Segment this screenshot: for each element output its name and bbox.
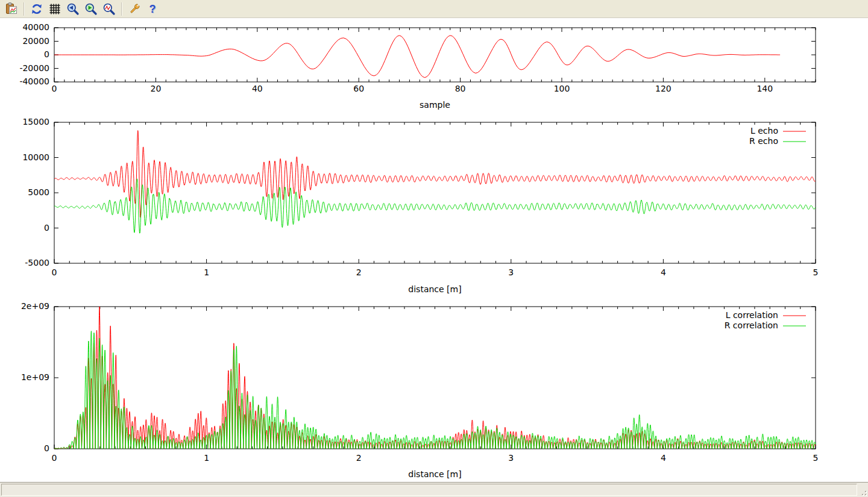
- y-tick-label: 5000: [28, 187, 49, 197]
- y-tick-label: 0: [44, 49, 49, 59]
- zoom-previous-icon: [66, 2, 80, 16]
- toolbar-separator: [24, 2, 25, 16]
- y-tick-label: 0: [44, 223, 49, 233]
- x-tick-label: 0: [52, 267, 57, 277]
- help-button[interactable]: ?: [144, 1, 161, 17]
- status-bar: [0, 482, 868, 497]
- plot-frame: [54, 122, 816, 263]
- gnuplot-window: ? 020406080100120140-40000-2000002000040…: [0, 0, 868, 497]
- y-tick-label: -40000: [19, 77, 49, 86]
- y-tick-label: 1e+09: [21, 372, 49, 382]
- x-tick-label: 5: [813, 453, 819, 463]
- legend-label: R echo: [749, 136, 778, 146]
- zoom-previous-button[interactable]: [64, 1, 81, 17]
- x-tick-label: 100: [554, 84, 570, 93]
- series-r-correlation: [54, 331, 816, 449]
- y-tick-label: 10000: [22, 152, 49, 162]
- x-tick-label: 3: [508, 453, 514, 463]
- toolbar: ?: [0, 0, 868, 18]
- series-pulse: [54, 36, 780, 78]
- x-tick-label: 5: [813, 267, 819, 277]
- toolbar-separator: [121, 2, 122, 16]
- grid-icon: [48, 2, 61, 16]
- x-tick-label: 1: [204, 453, 209, 463]
- resize-grip[interactable]: [860, 489, 867, 496]
- correlation-plot-canvas[interactable]: 01234501e+092e+09distance [m]L correlati…: [0, 301, 868, 482]
- zoom-autoscale-icon: [102, 2, 116, 16]
- echo-plot-canvas[interactable]: 012345-5000050001000015000distance [m]L …: [0, 116, 868, 301]
- copy-to-clipboard-button[interactable]: [3, 1, 20, 17]
- y-tick-label: 15000: [22, 117, 49, 127]
- x-tick-label: 4: [661, 453, 666, 463]
- x-tick-label: 3: [508, 267, 514, 277]
- legend-label: L correlation: [726, 310, 778, 320]
- x-tick-label: 4: [661, 267, 666, 277]
- x-axis-label: sample: [420, 100, 450, 110]
- y-tick-label: -5000: [25, 258, 49, 267]
- replot-refresh-icon: [30, 2, 43, 16]
- configure-button[interactable]: [126, 1, 143, 17]
- y-tick-label: 20000: [22, 36, 49, 46]
- y-tick-label: 2e+09: [21, 301, 49, 311]
- help-icon: ?: [149, 4, 156, 14]
- x-tick-label: 140: [756, 84, 773, 93]
- x-tick-label: 0: [52, 84, 57, 93]
- x-axis-label: distance [m]: [408, 284, 461, 294]
- legend-label: L echo: [750, 126, 778, 136]
- series-l-correlation: [54, 307, 816, 449]
- x-tick-label: 120: [655, 84, 671, 93]
- plot-frame: [54, 307, 816, 449]
- x-axis-label: distance [m]: [408, 469, 461, 479]
- wrench-icon: [128, 2, 141, 16]
- y-tick-label: 0: [44, 443, 49, 453]
- x-tick-label: 40: [252, 84, 263, 93]
- x-tick-label: 2: [356, 267, 362, 277]
- toggle-grid-button[interactable]: [46, 1, 63, 17]
- series-r-echo: [54, 179, 816, 233]
- x-tick-label: 2: [356, 453, 362, 463]
- x-tick-label: 0: [52, 453, 57, 463]
- x-tick-label: 80: [455, 84, 466, 93]
- x-tick-label: 1: [204, 267, 209, 277]
- y-tick-label: -20000: [19, 63, 49, 73]
- replot-button[interactable]: [28, 1, 45, 17]
- legend-label: R correlation: [725, 320, 778, 330]
- y-tick-label: 40000: [22, 22, 49, 32]
- zoom-next-button[interactable]: [83, 1, 99, 17]
- status-message: [1, 484, 857, 496]
- autoscale-button[interactable]: [101, 1, 118, 17]
- zoom-next-icon: [84, 2, 98, 16]
- x-tick-label: 60: [353, 84, 364, 93]
- clipboard-chart-icon: [5, 2, 18, 16]
- plot-area: 020406080100120140-40000-200000200004000…: [0, 19, 868, 482]
- x-tick-label: 20: [150, 84, 161, 93]
- pulse-plot-canvas[interactable]: 020406080100120140-40000-200000200004000…: [0, 19, 868, 116]
